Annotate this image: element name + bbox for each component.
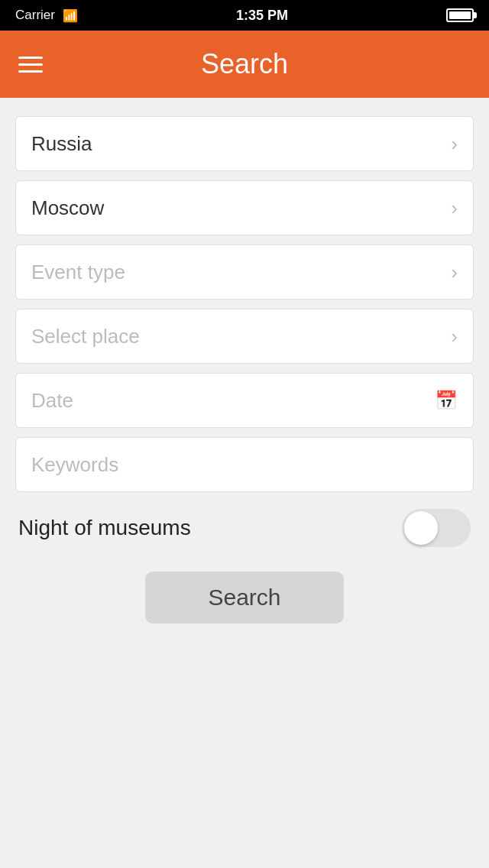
event-type-placeholder: Event type — [31, 261, 125, 284]
night-museums-row: Night of museums — [15, 501, 474, 555]
night-museums-toggle[interactable] — [402, 509, 471, 547]
night-museums-label: Night of museums — [18, 516, 191, 540]
chevron-right-icon: › — [451, 132, 458, 156]
menu-line-2 — [18, 63, 43, 66]
battery-icon — [446, 8, 474, 22]
status-bar: Carrier 📶 1:35 PM — [0, 0, 489, 31]
calendar-icon: 📅 — [435, 390, 458, 411]
wifi-icon: 📶 — [63, 8, 78, 23]
chevron-right-icon: › — [451, 196, 458, 220]
status-time: 1:35 PM — [236, 8, 288, 24]
event-type-field[interactable]: Event type › — [15, 245, 474, 300]
carrier-label: Carrier — [15, 8, 55, 23]
select-place-placeholder: Select place — [31, 325, 140, 348]
chevron-right-icon: › — [451, 325, 458, 348]
search-btn-container: Search — [15, 572, 474, 623]
status-left: Carrier 📶 — [15, 8, 78, 23]
select-place-field[interactable]: Select place › — [15, 309, 474, 364]
page-title: Search — [201, 48, 288, 80]
country-field[interactable]: Russia › — [15, 116, 474, 171]
chevron-right-icon: › — [451, 261, 458, 284]
nav-bar: Search — [0, 31, 489, 98]
battery-fill — [449, 11, 471, 19]
toggle-knob — [404, 511, 438, 545]
main-content: Russia › Moscow › Event type › Select pl… — [0, 98, 489, 642]
city-field[interactable]: Moscow › — [15, 180, 474, 235]
menu-line-3 — [18, 70, 43, 73]
date-placeholder: Date — [31, 389, 73, 413]
keywords-input[interactable] — [15, 437, 474, 492]
country-value: Russia — [31, 132, 92, 156]
date-field[interactable]: Date 📅 — [15, 373, 474, 428]
city-value: Moscow — [31, 196, 104, 220]
menu-line-1 — [18, 57, 43, 59]
menu-button[interactable] — [18, 57, 43, 73]
search-button[interactable]: Search — [145, 572, 344, 623]
